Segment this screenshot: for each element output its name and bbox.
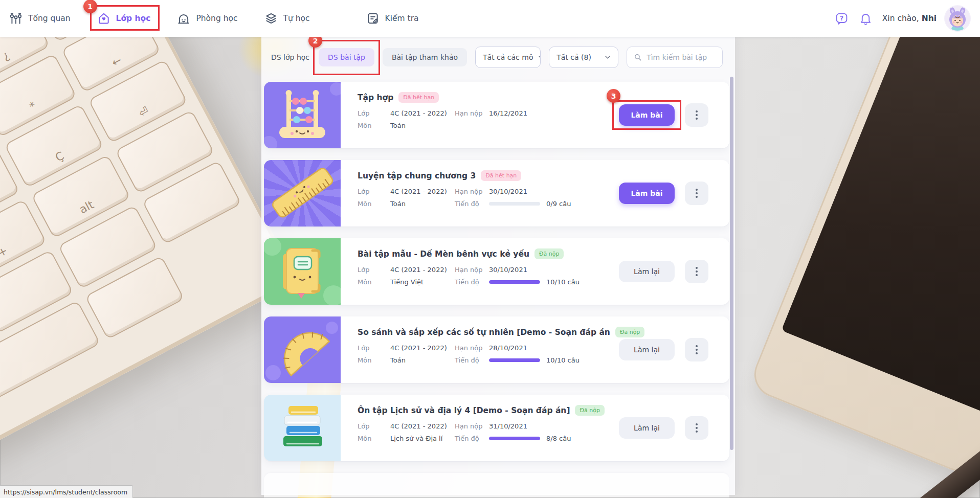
assignment-card[interactable]: Luyện tập chung chương 3 Đã hết hạn Lớp … <box>264 160 729 227</box>
assignment-info: Tập hợp Đã hết hạn Lớp 4C (2021 - 2022) … <box>341 82 619 148</box>
abacus-illustration <box>264 82 341 148</box>
assignment-card[interactable]: Bài tập mẫu - Dế Mèn bênh vực kẻ yếu Đã … <box>264 238 729 305</box>
step-badge-1: 1 <box>83 0 97 13</box>
assignment-info: Luyện tập chung chương 3 Đã hết hạn Lớp … <box>341 160 619 227</box>
phone-screen <box>781 8 980 414</box>
progress-bar <box>489 280 540 284</box>
class-label: Lớp <box>358 188 390 195</box>
deadline-label: Hạn nộp <box>455 109 489 117</box>
assignment-card[interactable]: Tập hợp Đã hết hạn Lớp 4C (2021 - 2022) … <box>264 82 729 148</box>
chevron-down-icon <box>604 53 612 61</box>
nav-item-overview[interactable]: Tổng quan <box>9 0 84 37</box>
nav-item-label: Kiểm tra <box>385 14 419 23</box>
app-window: 0?¿⏏P^*←Ñ¨Ç⏎-+alt DS lớp học DS bài tập … <box>0 0 980 498</box>
nav-item-label: Tự học <box>283 14 310 23</box>
help-button[interactable]: ? <box>834 11 850 26</box>
stats-icon <box>9 12 23 25</box>
subject-label: Môn <box>358 435 390 442</box>
status-badge: Đã hết hạn <box>481 170 521 181</box>
deadline-value: 31/10/2021 <box>489 422 553 430</box>
kebab-icon <box>696 110 698 120</box>
subject-filter-value: Tất cả các mô <box>483 53 533 61</box>
progress-bar <box>489 358 540 362</box>
kebab-icon <box>696 423 698 433</box>
subject-filter-select[interactable]: Tất cả các mô <box>475 47 541 68</box>
action-button[interactable]: Làm bài <box>619 183 675 204</box>
status-badge: Đã nộp <box>534 248 564 259</box>
browser-status-url: https://sisap.vn/lms/student/classroom <box>0 485 133 498</box>
kebab-icon <box>696 267 698 276</box>
subject-value: Toán <box>390 200 455 208</box>
deadline-value: 30/10/2021 <box>489 266 553 274</box>
greeting-text: Xin chào, <box>882 14 919 23</box>
status-filter-select[interactable]: Tất cả (8) <box>549 47 618 68</box>
class-value: 4C (2021 - 2022) <box>390 109 455 117</box>
assignment-info: So sánh và sắp xếp các số tự nhiên [Demo… <box>341 316 619 383</box>
action-button[interactable]: Làm lại <box>619 261 675 282</box>
tab-class-list[interactable]: DS lớp học <box>270 49 310 65</box>
subject-value: Toán <box>390 122 455 129</box>
assignment-title: Bài tập mẫu - Dế Mèn bênh vực kẻ yếu <box>358 250 529 259</box>
house-people-icon <box>177 12 190 25</box>
action-button[interactable]: Làm lại <box>619 417 675 439</box>
tab-assignment-list[interactable]: DS bài tập 2 <box>319 48 374 66</box>
search-input[interactable] <box>647 53 717 61</box>
progress-count: 10/10 câu <box>546 278 580 286</box>
bell-icon <box>859 12 873 26</box>
nav-menu: Tổng quan Lớp học 1 Phòng học Tự học Kiể… <box>9 0 432 37</box>
assignment-title: So sánh và sắp xếp các số tự nhiên [Demo… <box>358 328 610 337</box>
layers-icon <box>264 12 278 25</box>
scrollbar-thumb[interactable] <box>730 77 733 450</box>
user-greeting: Xin chào, Nhi <box>882 14 937 23</box>
deadline-value: 30/10/2021 <box>489 188 553 195</box>
more-options-button[interactable] <box>685 182 708 205</box>
user-name: Nhi <box>922 14 937 23</box>
assignment-actions: Làm lại 3 <box>619 395 729 461</box>
deadline-label: Hạn nộp <box>455 266 489 274</box>
nav-item-label: Phòng học <box>196 14 237 23</box>
assignment-card[interactable]: Ôn tập Lịch sử và địa lý 4 [Demo - Soạn … <box>264 395 729 461</box>
avatar[interactable] <box>945 6 970 31</box>
progress-count: 0/9 câu <box>546 200 571 208</box>
more-options-button[interactable] <box>685 416 708 440</box>
subject-value: Toán <box>390 356 455 364</box>
assignment-info: Ôn tập Lịch sử và địa lý 4 [Demo - Soạn … <box>341 395 619 461</box>
nav-item-classes[interactable]: Lớp học 1 <box>84 0 164 37</box>
progress-label: Tiến độ <box>455 200 489 208</box>
more-options-button[interactable] <box>685 103 708 127</box>
action-button[interactable]: Làm bài <box>619 104 675 126</box>
progress-bar <box>489 202 540 206</box>
status-url-text: https://sisap.vn/lms/student/classroom <box>4 488 127 496</box>
more-options-button[interactable] <box>685 338 708 361</box>
action-button[interactable]: Làm lại <box>619 339 675 360</box>
notifications-button[interactable] <box>858 11 874 26</box>
assignment-actions: Làm lại 3 <box>619 316 729 383</box>
assignment-title: Luyện tập chung chương 3 <box>358 171 476 180</box>
nav-item-label: Tổng quan <box>28 14 71 23</box>
protractor-illustration <box>264 316 341 383</box>
kebab-icon <box>696 189 698 198</box>
assignment-title: Tập hợp <box>358 93 393 102</box>
progress-label: Tiến độ <box>455 356 489 364</box>
class-label: Lớp <box>358 344 390 352</box>
book-illustration <box>264 238 341 305</box>
progress-bar-fill <box>489 280 540 284</box>
class-value: 4C (2021 - 2022) <box>390 188 455 195</box>
progress-label: Tiến độ <box>455 435 489 442</box>
deadline-value: 28/10/2021 <box>489 344 553 352</box>
progress-label: Tiến độ <box>455 278 489 286</box>
nav-item-rooms[interactable]: Phòng học <box>164 0 251 37</box>
status-badge: Đã nộp <box>575 405 604 416</box>
progress-bar-fill <box>489 358 540 362</box>
tab-assignment-list-label: DS bài tập <box>328 53 365 61</box>
assignment-card[interactable]: So sánh và sắp xếp các số tự nhiên [Demo… <box>264 316 729 383</box>
class-label: Lớp <box>358 422 390 430</box>
tab-reference-assignments[interactable]: Bài tập tham khảo <box>383 48 467 66</box>
progress-bar-fill <box>489 437 540 440</box>
class-value: 4C (2021 - 2022) <box>390 266 455 274</box>
subject-value: Tiếng Việt <box>390 278 455 286</box>
more-options-button[interactable] <box>685 260 708 283</box>
nav-item-tests[interactable]: Kiểm tra <box>353 0 432 37</box>
nav-item-self-study[interactable]: Tự học <box>251 0 323 37</box>
progress-count: 8/8 câu <box>546 435 571 442</box>
